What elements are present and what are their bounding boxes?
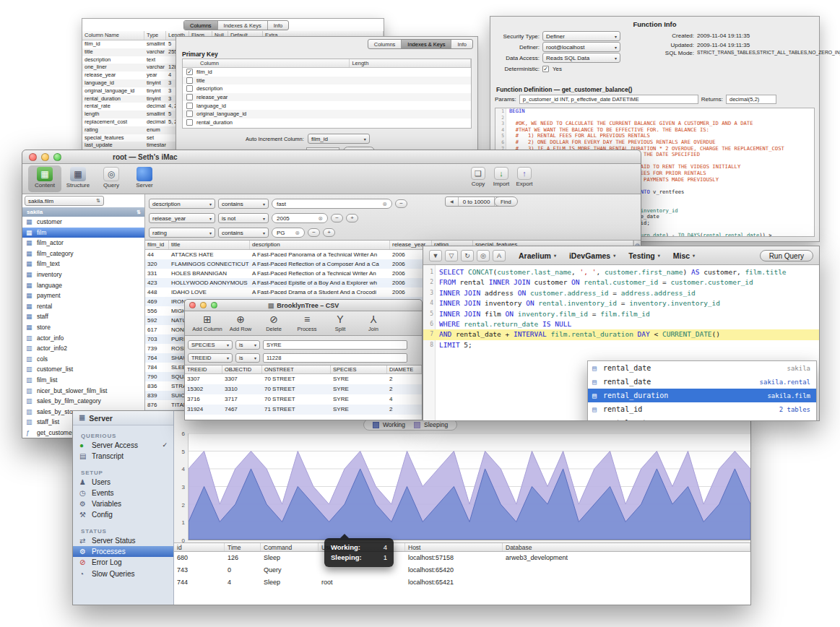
autocomplete-item[interactable]: ▤ rental_date sakila	[588, 361, 816, 375]
autocomplete-item[interactable]: ▤ rental_id 2 tables	[588, 402, 816, 416]
toolbar-button[interactable]: Y Join	[357, 313, 390, 335]
sidebar-item[interactable]: ▦ payment	[22, 290, 144, 301]
code-line[interactable]: 6WHERE rental.return_date IS NULL	[423, 319, 819, 329]
title-bar[interactable]: ▤ BrooklynTree – CSV	[185, 300, 422, 311]
sidebar-item[interactable]: ▦ language	[22, 280, 144, 291]
table-row[interactable]: 31924746771 STREETSYRE2	[185, 405, 422, 415]
column-header[interactable]: OBJECTID	[222, 366, 262, 373]
close-button[interactable]	[29, 153, 37, 161]
data-access-popup[interactable]: Reads SQL Data ▾	[542, 53, 620, 63]
autocomplete-item[interactable]: ▤ rental_rate sakila.film	[588, 416, 816, 420]
code-line[interactable]: 1BEGIN	[495, 108, 814, 115]
autocomplete-item[interactable]: ▤ rental_date sakila.rental	[588, 375, 816, 389]
sidebar-item[interactable]: ⚒ Config	[73, 509, 173, 520]
checkbox[interactable]: ✓	[186, 69, 193, 75]
primary-key-row[interactable]: ✓ film_id	[183, 68, 471, 77]
primary-key-row[interactable]: description	[183, 85, 471, 93]
database-path-popup[interactable]: sakila.film ⇅	[25, 196, 104, 206]
toolbar-button[interactable]: ◎ Query	[95, 165, 128, 192]
sidebar-item[interactable]: ▥ customer_list	[22, 364, 144, 375]
toolbar-button[interactable]: ↓ Import	[490, 165, 513, 192]
toolbar-button[interactable]: ≡ Process	[290, 313, 324, 335]
sidebar-item[interactable]: ⚙ Processes	[73, 546, 173, 557]
minimize-button[interactable]	[200, 302, 207, 308]
table-row[interactable]: 680126Sleeplocalhost:57158arweb3_develop…	[174, 552, 750, 564]
menu-item[interactable]: Misc ▾	[673, 251, 695, 260]
sidebar-item[interactable]: ◔ Slow Queries	[73, 568, 173, 579]
sidebar-item[interactable]: ▥ actor_info2	[22, 343, 144, 354]
toolbar-button[interactable]: ⊞ Add Column	[191, 313, 224, 335]
checkbox[interactable]	[186, 119, 193, 126]
sidebar-item[interactable]: ▥ actor_info	[22, 333, 144, 344]
tab[interactable]: Indexes & Keys	[218, 21, 268, 30]
checkbox[interactable]	[186, 103, 193, 109]
code-line[interactable]: 2FROM rental INNER JOIN customer ON rent…	[423, 277, 819, 287]
filter-value-field[interactable]: PG ⊗	[272, 228, 305, 238]
sidebar-item[interactable]: ◷ Events	[73, 488, 173, 498]
definer-popup[interactable]: root@localhost ▾	[542, 42, 620, 52]
tab[interactable]: Indexes & Keys	[402, 40, 451, 48]
filter-field-popup[interactable]: description ▾	[149, 199, 215, 209]
deterministic-checkbox[interactable]: ✓	[542, 66, 549, 72]
toolbar-button[interactable]: ❏ Copy	[467, 165, 490, 192]
filter-field-popup[interactable]: rating ▾	[149, 228, 215, 238]
toolbar-icon[interactable]: ▼	[429, 250, 442, 261]
sidebar-item[interactable]: ▥ sales_by_film_category	[22, 396, 144, 407]
add-filter-button[interactable]: +	[346, 214, 358, 222]
remove-filter-button[interactable]: −	[331, 214, 343, 222]
filter-operator-popup[interactable]: contains ▾	[218, 228, 269, 238]
code-line[interactable]: 8LIMIT 5;	[423, 340, 819, 350]
filter-value-field[interactable]: 11228	[263, 353, 407, 363]
auto-increment-column-popup[interactable]: film_id ▾	[308, 134, 370, 144]
database-header[interactable]: sakila ⇅	[22, 207, 144, 217]
filter-operator-popup[interactable]: is ▾	[235, 353, 260, 363]
run-query-button[interactable]: Run Query	[760, 250, 813, 261]
table-row[interactable]: 3716371770 STREETSYRE4	[185, 394, 422, 405]
sidebar-item[interactable]: ▦ store	[22, 322, 144, 333]
table-row[interactable]: 3307330770 STREETSYRE2	[185, 374, 422, 384]
security-type-popup[interactable]: Definer ▾	[542, 31, 620, 41]
clear-icon[interactable]: ⊗	[378, 201, 387, 207]
sidebar-item[interactable]: ▥ film_list	[22, 375, 144, 386]
code-line[interactable]: 3INNER JOIN address ON customer.address_…	[423, 288, 819, 298]
sidebar-item[interactable]: ♟ Users	[73, 477, 173, 488]
filter-field-popup[interactable]: release_year ▾	[149, 213, 215, 223]
filter-value-field[interactable]: SYRE	[263, 340, 407, 350]
sidebar-item[interactable]: ▦ film	[22, 228, 144, 238]
toolbar-button[interactable]: Y Split	[324, 313, 357, 335]
primary-key-row[interactable]: title	[183, 77, 471, 85]
title-bar[interactable]: root — Seth's iMac	[22, 150, 641, 164]
clear-icon[interactable]: ⊗	[313, 215, 323, 222]
column-header[interactable]: Column Name	[82, 31, 144, 40]
filter-field-popup[interactable]: SPECIES ▾	[188, 340, 233, 350]
remove-filter-button[interactable]: −	[395, 199, 407, 208]
add-filter-button[interactable]: +	[323, 228, 335, 237]
sidebar-item[interactable]: ▦ film_category	[22, 248, 144, 259]
code-line[interactable]: 7AND rental_date + INTERVAL film.rental_…	[423, 329, 819, 340]
column-header[interactable]: Database	[503, 543, 750, 551]
code-line[interactable]: 1SELECT CONCAT(customer.last_name, ', ',…	[423, 267, 819, 277]
filter-value-field[interactable]: 2005 ⊗	[272, 213, 328, 223]
clear-icon[interactable]: ⊗	[290, 230, 300, 236]
toolbar-icon[interactable]: ↻	[461, 250, 474, 261]
table-row[interactable]: 15302331070 STREETSYRE2	[185, 384, 422, 394]
filter-value-field[interactable]: fast ⊗	[272, 199, 392, 209]
column-header[interactable]: TREEID	[185, 366, 222, 373]
sidebar-item[interactable]: STATUS	[73, 526, 173, 535]
sql-editor[interactable]: 1SELECT CONCAT(customer.last_name, ', ',…	[423, 265, 819, 420]
sidebar-item[interactable]: ⊘ Error Log	[73, 557, 173, 568]
column-header[interactable]: Command	[261, 543, 319, 551]
sidebar-item[interactable]: ▦ film_actor	[22, 238, 144, 248]
table-row[interactable]: 7444Sleeprootlocalhost:65421	[174, 576, 750, 589]
toolbar-button[interactable]: ▦ Content	[28, 165, 61, 192]
checkbox[interactable]	[186, 94, 193, 100]
close-button[interactable]	[189, 302, 196, 308]
tab[interactable]: Columns	[368, 40, 402, 48]
column-header[interactable]: film_id	[145, 241, 169, 249]
column-header[interactable]: Type	[144, 31, 166, 40]
sidebar-item[interactable]: ▦ inventory	[22, 269, 144, 280]
sidebar-item[interactable]: SETUP	[73, 467, 173, 477]
column-header[interactable]: description	[250, 241, 390, 249]
column-header[interactable]: DIAMETE	[387, 366, 422, 373]
toolbar-button[interactable]: ⊕ Add Row	[224, 313, 257, 335]
